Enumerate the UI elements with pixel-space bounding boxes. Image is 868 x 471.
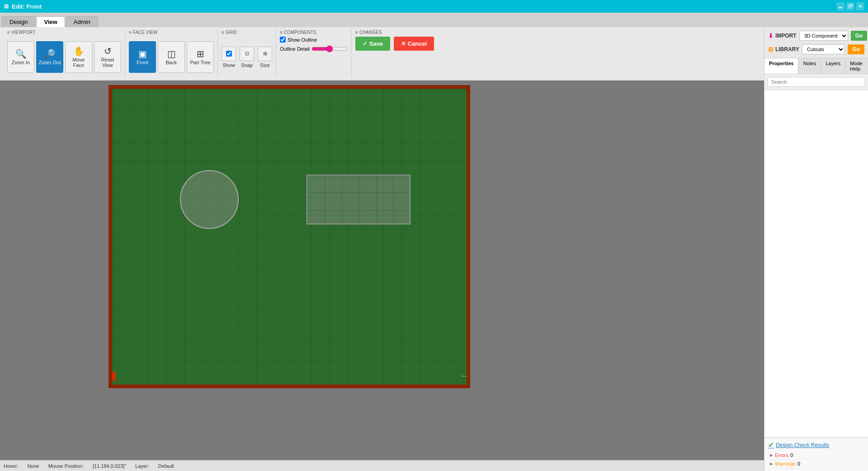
back-button[interactable]: ◫ Back — [158, 41, 185, 73]
grid-show-label: Show — [222, 62, 235, 68]
grid-section: GRID Show ⊡ — [218, 29, 276, 78]
library-dropdown[interactable]: Cutouts — [802, 44, 845, 54]
main-content: VIEWPORT 🔍 Zoom In 🔎 Zoom Out ✋ Move Fac… — [0, 27, 868, 471]
titlebar-controls: 🗕 🗗 ✕ — [836, 2, 864, 10]
zoom-out-label: Zoom Out — [39, 60, 61, 65]
face-view-buttons: ▣ Front ◫ Back ⊞ Part Tree — [129, 37, 214, 77]
grid-controls: Show ⊡ Snap ⊞ Size — [222, 47, 272, 68]
save-button[interactable]: ✓ Save — [355, 37, 390, 51]
library-label: LIBRARY — [775, 46, 799, 52]
toolbar: VIEWPORT 🔍 Zoom In 🔎 Zoom Out ✋ Move Fac… — [0, 27, 764, 81]
import-label: IMPORT — [775, 33, 797, 39]
board-arrow-right: ← — [460, 371, 469, 381]
reset-view-label: Reset View — [96, 57, 119, 68]
part-tree-icon: ⊞ — [197, 49, 204, 58]
grid-show-checkbox[interactable] — [226, 51, 232, 57]
tab-mode-help[interactable]: Mode Help — [845, 58, 868, 74]
grid-size-item: ⊞ Size — [258, 47, 272, 68]
mouse-label: Mouse Position: — [48, 463, 84, 469]
warnings-label: Warnings — [775, 461, 796, 466]
import-dropdown[interactable]: 3D Component — [799, 31, 848, 41]
warnings-triangle: ▶ — [770, 461, 773, 466]
outline-detail-slider[interactable] — [311, 45, 348, 52]
maximize-button[interactable]: 🗗 — [846, 2, 854, 10]
part-tree-button[interactable]: ⊞ Part Tree — [187, 41, 214, 73]
front-button[interactable]: ▣ Front — [129, 41, 156, 73]
import-title: ⬇ IMPORT — [768, 32, 797, 39]
tabbar: Design View Admin — [0, 13, 868, 27]
zoom-in-label: Zoom In — [12, 60, 30, 65]
right-panel: ⬇ IMPORT 3D Component Go ⊞ LIBRARY Cutou… — [764, 27, 868, 471]
part-tree-label: Part Tree — [190, 60, 210, 65]
close-button[interactable]: ✕ — [856, 2, 864, 10]
snap-symbol: ⊡ — [245, 51, 249, 57]
zoom-out-button[interactable]: 🔎 Zoom Out — [36, 41, 63, 73]
size-symbol: ⊞ — [263, 51, 267, 57]
move-face-button[interactable]: ✋ Move Face — [65, 41, 92, 73]
right-top: ⬇ IMPORT 3D Component Go ⊞ LIBRARY Cutou… — [764, 27, 868, 58]
design-check-section: ✔ Design Check Results ▶ Errors 0 ▶ Warn… — [764, 438, 868, 471]
titlebar: ⚙ Edit: Front 🗕 🗗 ✕ — [0, 0, 868, 13]
circle-cutout — [180, 170, 239, 229]
show-outline-checkbox[interactable] — [280, 37, 286, 43]
tab-layers[interactable]: Layers — [821, 58, 845, 74]
cancel-button[interactable]: ✕ Cancel — [394, 37, 434, 51]
grid-buttons: Show ⊡ Snap ⊞ Size — [222, 37, 272, 77]
tab-properties[interactable]: Properties — [764, 58, 798, 74]
search-input[interactable] — [767, 77, 865, 87]
board-arrow-left — [112, 372, 116, 381]
titlebar-left: ⚙ Edit: Front — [4, 3, 42, 10]
grid-size-icon[interactable]: ⊞ — [258, 47, 272, 61]
outline-detail-container: Outline Detail — [280, 45, 348, 52]
layer-value: Default — [158, 463, 174, 469]
design-check-title[interactable]: ✔ Design Check Results — [768, 441, 864, 449]
viewport-buttons: 🔍 Zoom In 🔎 Zoom Out ✋ Move Face ↺ Reset… — [7, 37, 121, 77]
tab-notes[interactable]: Notes — [798, 58, 821, 74]
warnings-row[interactable]: ▶ Warnings 0 — [768, 460, 864, 468]
design-check-label: Design Check Results — [776, 442, 829, 448]
library-title: ⊞ LIBRARY — [768, 46, 799, 53]
tab-admin[interactable]: Admin — [66, 16, 98, 27]
tab-design[interactable]: Design — [2, 16, 35, 27]
errors-row[interactable]: ▶ Errors 0 — [768, 451, 864, 460]
rectangle-cutout — [307, 175, 410, 224]
face-view-label: FACE VIEW — [129, 30, 214, 35]
mouse-value: [11.184,0.023]" — [93, 463, 126, 469]
search-box — [764, 74, 868, 90]
warnings-count: 0 — [797, 461, 800, 466]
outline-detail-label: Outline Detail — [280, 46, 310, 52]
components-content: Show Outline Outline Detail — [280, 37, 348, 52]
library-go-button[interactable]: Go — [848, 44, 864, 54]
components-section: COMPONENTS Show Outline Outline Detail — [276, 29, 352, 78]
errors-label: Errors — [775, 452, 788, 458]
grid-snap-item: ⊡ Snap — [240, 47, 254, 68]
errors-count: 0 — [790, 452, 793, 458]
back-icon: ◫ — [167, 49, 176, 58]
check-green-icon: ✔ — [768, 441, 774, 449]
minimize-button[interactable]: 🗕 — [836, 2, 844, 10]
hover-value: None — [27, 463, 39, 469]
components-label: COMPONENTS — [280, 30, 348, 35]
errors-triangle: ▶ — [770, 453, 773, 457]
properties-content — [764, 90, 868, 438]
viewport[interactable]: ← Hover: None Mouse Position: [11.184,0.… — [0, 81, 764, 471]
import-go-button[interactable]: Go — [851, 31, 868, 41]
import-icon: ⬇ — [768, 32, 774, 39]
zoom-out-icon: 🔎 — [44, 49, 56, 58]
zoom-in-button[interactable]: 🔍 Zoom In — [7, 41, 34, 73]
titlebar-title: Edit: Front — [12, 3, 42, 10]
grid-snap-icon[interactable]: ⊡ — [240, 47, 254, 61]
show-outline-label[interactable]: Show Outline — [280, 37, 317, 43]
zoom-in-icon: 🔍 — [15, 49, 27, 58]
layer-label: Layer: — [135, 463, 149, 469]
tab-view[interactable]: View — [36, 16, 65, 27]
changes-section: CHANGES ✓ Save ✕ Cancel — [352, 29, 438, 78]
statusbar: Hover: None Mouse Position: [11.184,0.02… — [0, 460, 764, 471]
library-section: ⊞ LIBRARY Cutouts Go — [768, 44, 864, 54]
reset-view-icon: ↺ — [104, 47, 112, 56]
grid-size-label: Size — [260, 62, 269, 68]
library-icon: ⊞ — [768, 46, 774, 53]
reset-view-button[interactable]: ↺ Reset View — [94, 41, 121, 73]
grid-show-icon[interactable] — [222, 47, 236, 61]
app-icon: ⚙ — [4, 3, 9, 10]
